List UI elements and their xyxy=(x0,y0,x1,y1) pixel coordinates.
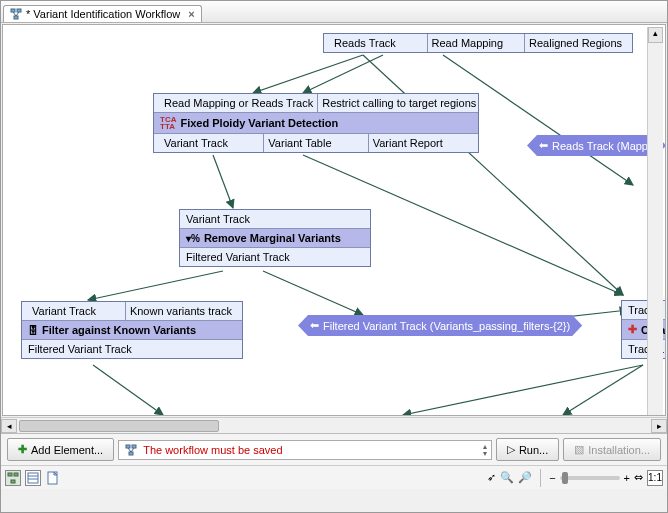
tracklist-icon: ✚ xyxy=(628,323,637,336)
workflow-canvas[interactable]: Reads Track Read Mapping Realigned Regio… xyxy=(2,24,666,416)
status-text: The workflow must be saved xyxy=(143,444,282,456)
zoom-slider[interactable] xyxy=(560,476,620,480)
input-read-mapping: Read Mapping or Reads Track xyxy=(160,94,318,112)
db-filter-icon: 🗄 xyxy=(28,325,38,336)
input-known-variants: Known variants track xyxy=(126,302,236,320)
zoom-out-icon[interactable]: 🔎 xyxy=(518,471,532,484)
scroll-left-icon[interactable]: ◂ xyxy=(1,419,17,433)
view-note-icon[interactable] xyxy=(45,470,61,486)
cell-read-mapping: Read Mapping xyxy=(428,34,526,52)
cell-realigned-regions: Realigned Regions xyxy=(525,34,626,52)
run-button[interactable]: ▷ Run... xyxy=(496,438,559,461)
node-title: Fixed Ploidy Variant Detection xyxy=(180,117,338,129)
package-icon: ▧ xyxy=(574,443,584,456)
play-icon: ▷ xyxy=(507,443,515,456)
btn-label: Run... xyxy=(519,444,548,456)
plus-icon: ✚ xyxy=(18,443,27,456)
hex-label: Filtered Variant Track (Variants_passing… xyxy=(323,320,570,332)
input-variant-track: Variant Track xyxy=(180,210,370,229)
svg-rect-9 xyxy=(28,473,38,483)
svg-rect-0 xyxy=(11,9,15,12)
view-flow-icon[interactable] xyxy=(5,470,21,486)
svg-rect-5 xyxy=(129,452,133,455)
add-element-button[interactable]: ✚ Add Element... xyxy=(7,438,114,461)
out-variant-report: Variant Report xyxy=(369,134,472,152)
svg-rect-6 xyxy=(8,473,12,476)
minus-icon[interactable]: − xyxy=(549,472,555,484)
filter-icon: ▾% xyxy=(186,233,200,244)
svg-rect-1 xyxy=(17,9,21,12)
output-filtered-variant-track[interactable]: ⬅ Filtered Variant Track (Variants_passi… xyxy=(298,315,582,336)
tab-title: * Variant Identification Workflow xyxy=(26,8,180,20)
node-remove-marginal-variants[interactable]: Variant Track ▾% Remove Marginal Variant… xyxy=(179,209,371,267)
fit-width-icon[interactable]: ⇔ xyxy=(634,471,643,484)
btn-label: Installation... xyxy=(588,444,650,456)
node-upstream-outputs[interactable]: Reads Track Read Mapping Realigned Regio… xyxy=(323,33,633,53)
export-arrow-icon: ⬅ xyxy=(539,139,548,152)
view-table-icon[interactable] xyxy=(25,470,41,486)
input-variant-track: Variant Track xyxy=(28,302,126,320)
cell-reads-track: Reads Track xyxy=(330,34,428,52)
svg-rect-3 xyxy=(126,445,130,448)
scroll-right-icon[interactable]: ▸ xyxy=(651,419,667,433)
node-fixed-ploidy-variant-detection[interactable]: Read Mapping or Reads Track Restrict cal… xyxy=(153,93,479,153)
flowchart-icon xyxy=(125,444,137,456)
out-filtered-variant-track: Filtered Variant Track xyxy=(22,340,242,358)
scroll-up-icon[interactable]: ▴ xyxy=(648,27,663,43)
svg-rect-2 xyxy=(14,16,18,19)
workflow-tab[interactable]: * Variant Identification Workflow × xyxy=(3,5,202,22)
pointer-icon[interactable]: ➶ xyxy=(487,471,496,484)
output-reads-track[interactable]: ⬅ Reads Track (Mappe xyxy=(527,135,666,156)
flowchart-icon xyxy=(10,8,22,20)
tca-icon: TCATTA xyxy=(160,116,176,130)
btn-label: Add Element... xyxy=(31,444,103,456)
out-variant-table: Variant Table xyxy=(264,134,368,152)
chevron-down-icon[interactable]: ▾ xyxy=(483,450,487,457)
node-filter-known-variants[interactable]: Variant Track Known variants track 🗄 Fil… xyxy=(21,301,243,359)
status-message: The workflow must be saved ▴ ▾ xyxy=(118,440,492,460)
hex-label: Reads Track (Mappe xyxy=(552,140,654,152)
installation-button[interactable]: ▧ Installation... xyxy=(563,438,661,461)
out-variant-track: Variant Track xyxy=(160,134,264,152)
plus-icon[interactable]: + xyxy=(624,472,630,484)
out-filtered-variant-track: Filtered Variant Track xyxy=(180,248,370,266)
svg-rect-4 xyxy=(132,445,136,448)
scroll-thumb[interactable] xyxy=(19,420,219,432)
export-arrow-icon: ⬅ xyxy=(310,319,319,332)
node-title: Remove Marginal Variants xyxy=(204,232,341,244)
zoom-reset-button[interactable]: 1:1 xyxy=(647,470,663,486)
svg-rect-7 xyxy=(14,473,18,476)
horizontal-scrollbar[interactable]: ◂ ▸ xyxy=(1,417,667,433)
input-restrict-regions: Restrict calling to target regions xyxy=(318,94,478,112)
node-title: Filter against Known Variants xyxy=(42,324,196,336)
close-icon[interactable]: × xyxy=(188,8,194,20)
svg-rect-8 xyxy=(11,480,15,483)
zoom-in-icon[interactable]: 🔍 xyxy=(500,471,514,484)
vertical-scrollbar[interactable]: ▴ xyxy=(647,27,663,415)
